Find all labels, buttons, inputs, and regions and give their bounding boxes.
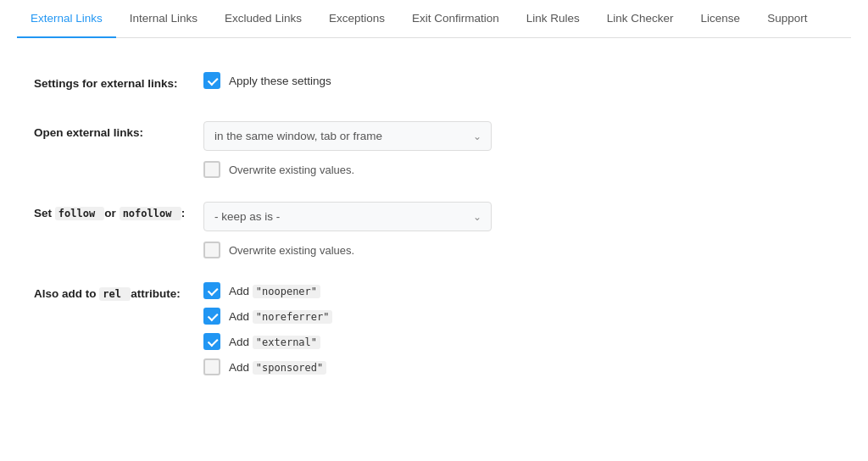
open-external-select[interactable]: in the same window, tab or frame xyxy=(203,121,492,151)
follow-setting-row: Set follow or nofollow : - keep as is - … xyxy=(34,202,834,258)
rel-setting-row: Also add to rel attribute: Add "noopener… xyxy=(34,282,834,384)
noopener-label: Add "noopener" xyxy=(229,285,320,297)
overwrite2-checkbox[interactable] xyxy=(203,242,220,258)
rel-label: Also add to rel attribute: xyxy=(34,282,203,300)
apply-settings-checkbox[interactable] xyxy=(203,72,220,89)
sponsored-label: Add "sponsored" xyxy=(229,361,326,374)
follow-control: - keep as is - ⌄ Overwrite existing valu… xyxy=(203,202,834,258)
open-external-control: in the same window, tab or frame ⌄ Overw… xyxy=(203,121,834,178)
tab-excluded-links[interactable]: Excluded Links xyxy=(211,0,315,38)
open-external-label: Open external links: xyxy=(34,121,203,139)
colon-text: : xyxy=(181,207,186,219)
external-label: Add "external" xyxy=(229,336,320,348)
external-row: Add "external" xyxy=(203,333,834,350)
noopener-checkbox[interactable] xyxy=(203,282,220,299)
apply-settings-label: Apply these settings xyxy=(229,75,331,87)
noreferrer-row: Add "noreferrer" xyxy=(203,308,834,325)
overwrite1-row: Overwrite existing values. xyxy=(203,161,834,178)
tab-exit-confirmation[interactable]: Exit Confirmation xyxy=(398,0,513,38)
follow-select[interactable]: - keep as is - xyxy=(203,202,492,231)
overwrite2-row: Overwrite existing values. xyxy=(203,242,834,258)
follow-label: Set follow or nofollow : xyxy=(34,202,203,219)
tab-internal-links[interactable]: Internal Links xyxy=(116,0,211,38)
follow-select-wrapper: - keep as is - ⌄ xyxy=(203,202,492,231)
tab-exceptions[interactable]: Exceptions xyxy=(315,0,398,38)
noopener-row: Add "noopener" xyxy=(203,282,834,299)
tabs-nav: External LinksInternal LinksExcluded Lin… xyxy=(17,0,851,38)
overwrite2-label: Overwrite existing values. xyxy=(229,244,354,257)
settings-content: Settings for external links: Apply these… xyxy=(17,64,851,425)
external-links-control: Apply these settings xyxy=(203,72,834,97)
set-text: Set xyxy=(34,207,52,219)
noreferrer-label: Add "noreferrer" xyxy=(229,310,332,323)
overwrite1-checkbox[interactable] xyxy=(203,161,220,178)
rel-control: Add "noopener" Add "noreferrer" Add "ext… xyxy=(203,282,834,384)
attribute-text: attribute: xyxy=(131,287,181,300)
external-links-label: Settings for external links: xyxy=(34,72,203,90)
sponsored-row: Add "sponsored" xyxy=(203,358,834,375)
tab-link-checker[interactable]: Link Checker xyxy=(593,0,687,38)
sponsored-checkbox[interactable] xyxy=(203,358,220,375)
external-checkbox[interactable] xyxy=(203,333,220,350)
overwrite1-label: Overwrite existing values. xyxy=(229,164,354,176)
follow-code: follow xyxy=(55,207,105,220)
external-links-setting-row: Settings for external links: Apply these… xyxy=(34,72,834,97)
or-text: or xyxy=(104,207,116,219)
rel-code: rel xyxy=(99,287,131,301)
tab-link-rules[interactable]: Link Rules xyxy=(513,0,593,38)
open-external-setting-row: Open external links: in the same window,… xyxy=(34,121,834,178)
apply-settings-row: Apply these settings xyxy=(203,72,834,89)
nofollow-code: nofollow xyxy=(120,207,181,220)
tab-license[interactable]: License xyxy=(687,0,754,38)
also-add-text: Also add to xyxy=(34,287,97,300)
open-external-select-wrapper: in the same window, tab or frame ⌄ xyxy=(203,121,492,151)
tab-support[interactable]: Support xyxy=(754,0,821,38)
tab-external-links[interactable]: External Links xyxy=(17,0,116,38)
noreferrer-checkbox[interactable] xyxy=(203,308,220,325)
